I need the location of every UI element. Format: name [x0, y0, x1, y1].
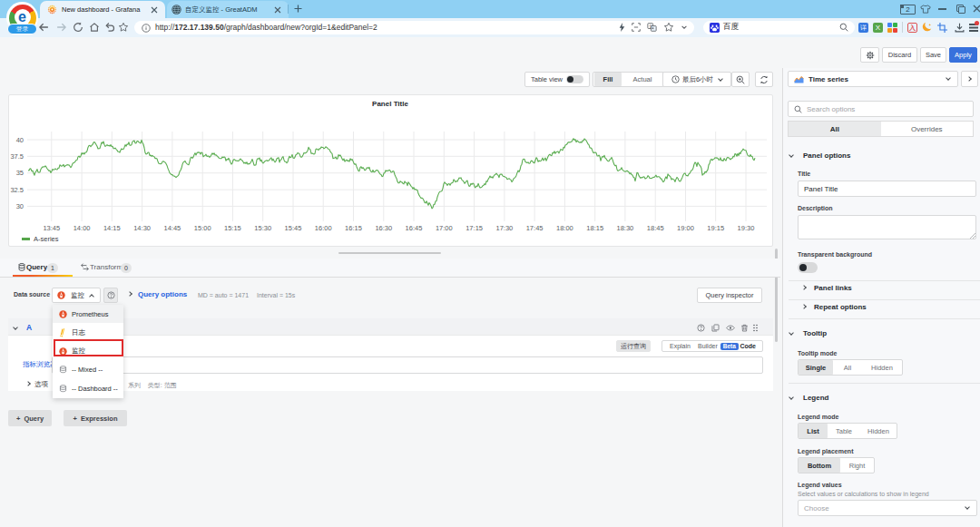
svg-text:19:30: 19:30 — [738, 224, 755, 232]
svg-text:17:45: 17:45 — [526, 224, 544, 232]
svg-text:40: 40 — [16, 136, 24, 144]
svg-text:14:00: 14:00 — [74, 224, 91, 232]
svg-text:18:00: 18:00 — [556, 224, 573, 232]
svg-text:14:30: 14:30 — [133, 224, 151, 232]
svg-text:文: 文 — [649, 24, 653, 29]
svg-text:35: 35 — [16, 169, 24, 177]
svg-text:17:00: 17:00 — [436, 224, 453, 232]
svg-text:13:45: 13:45 — [43, 224, 60, 232]
svg-text:14:45: 14:45 — [164, 224, 181, 232]
svg-text:A-series: A-series — [34, 235, 59, 243]
svg-text:16:45: 16:45 — [406, 224, 423, 232]
svg-text:18:30: 18:30 — [617, 224, 634, 232]
svg-text:18:45: 18:45 — [647, 224, 664, 232]
svg-text:16:30: 16:30 — [375, 224, 392, 232]
svg-text:15:00: 15:00 — [194, 224, 211, 232]
svg-text:17:15: 17:15 — [466, 224, 483, 232]
svg-text:Panel Title: Panel Title — [372, 100, 408, 108]
svg-text:15:45: 15:45 — [285, 224, 302, 232]
svg-text:16:00: 16:00 — [315, 224, 332, 232]
svg-text:15:30: 15:30 — [254, 224, 271, 232]
svg-text:19:00: 19:00 — [677, 224, 694, 232]
svg-text:14:15: 14:15 — [103, 224, 121, 232]
svg-text:17:30: 17:30 — [496, 224, 514, 232]
svg-text:30: 30 — [16, 202, 24, 210]
svg-text:15:15: 15:15 — [224, 224, 241, 232]
svg-text:37.5: 37.5 — [10, 152, 24, 161]
svg-text:32.5: 32.5 — [10, 186, 24, 194]
svg-text:16:15: 16:15 — [345, 224, 362, 232]
svg-text:18:15: 18:15 — [586, 224, 603, 232]
svg-text:19:15: 19:15 — [707, 224, 724, 232]
